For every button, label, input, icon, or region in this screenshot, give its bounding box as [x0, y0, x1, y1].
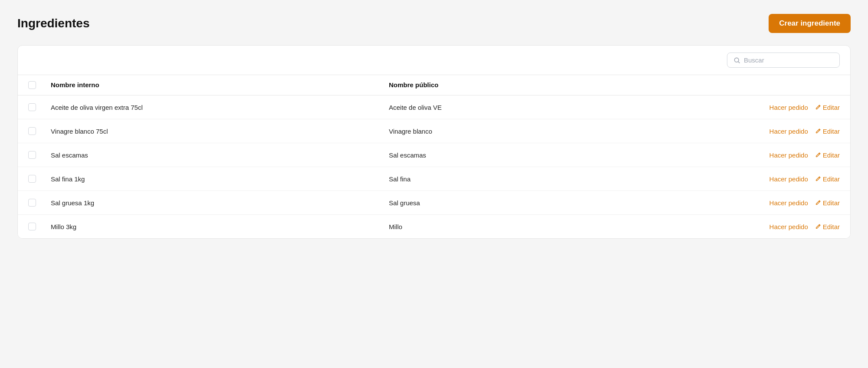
table-row: Millo 3kg Millo Hacer pedido Editar — [18, 215, 850, 238]
cell-nombre-publico: Aceite de oliva VE — [389, 104, 727, 111]
svg-point-0 — [734, 58, 739, 62]
hacer-pedido-button[interactable]: Hacer pedido — [769, 128, 808, 135]
search-input[interactable] — [744, 56, 833, 64]
cell-nombre-publico: Sal escamas — [389, 151, 727, 159]
table-row: Sal fina 1kg Sal fina Hacer pedido Edita… — [18, 167, 850, 191]
editar-button[interactable]: Editar — [815, 223, 840, 230]
actions-cell: Hacer pedido Editar — [727, 128, 840, 135]
cell-nombre-publico: Millo — [389, 223, 727, 230]
col-header-nombre-publico: Nombre público — [389, 81, 727, 89]
header-checkbox-cell — [28, 81, 51, 89]
actions-cell: Hacer pedido Editar — [727, 104, 840, 111]
editar-button[interactable]: Editar — [815, 151, 840, 159]
cell-nombre-interno: Sal gruesa 1kg — [51, 199, 389, 207]
table-row: Sal gruesa 1kg Sal gruesa Hacer pedido E… — [18, 191, 850, 215]
ingredients-table-card: Nombre interno Nombre público Aceite de … — [17, 45, 851, 239]
actions-cell: Hacer pedido Editar — [727, 151, 840, 159]
row-checkbox-cell — [28, 199, 51, 207]
search-bar-row — [18, 46, 850, 75]
table-row: Aceite de oliva virgen extra 75cl Aceite… — [18, 95, 850, 119]
cell-nombre-interno: Millo 3kg — [51, 223, 389, 230]
hacer-pedido-button[interactable]: Hacer pedido — [769, 175, 808, 183]
table-row: Vinagre blanco 75cl Vinagre blanco Hacer… — [18, 119, 850, 143]
create-ingredient-button[interactable]: Crear ingrediente — [769, 14, 851, 33]
row-checkbox-2[interactable] — [28, 151, 36, 159]
row-checkbox-3[interactable] — [28, 175, 36, 183]
row-checkbox-cell — [28, 151, 51, 159]
row-checkbox-cell — [28, 127, 51, 135]
edit-icon — [815, 200, 821, 206]
hacer-pedido-button[interactable]: Hacer pedido — [769, 223, 808, 230]
editar-button[interactable]: Editar — [815, 128, 840, 135]
svg-line-1 — [738, 61, 740, 63]
row-checkbox-cell — [28, 175, 51, 183]
edit-icon — [815, 128, 821, 134]
editar-button[interactable]: Editar — [815, 104, 840, 111]
cell-nombre-publico: Sal gruesa — [389, 199, 727, 207]
edit-icon — [815, 223, 821, 230]
row-checkbox-4[interactable] — [28, 199, 36, 207]
row-checkbox-0[interactable] — [28, 103, 36, 111]
table-header: Nombre interno Nombre público — [18, 75, 850, 95]
edit-icon — [815, 176, 821, 182]
cell-nombre-interno: Vinagre blanco 75cl — [51, 128, 389, 135]
edit-icon — [815, 152, 821, 158]
editar-button[interactable]: Editar — [815, 175, 840, 183]
editar-button[interactable]: Editar — [815, 199, 840, 207]
actions-cell: Hacer pedido Editar — [727, 199, 840, 207]
page-title: Ingredientes — [17, 16, 89, 30]
col-header-actions — [727, 81, 840, 89]
row-checkbox-5[interactable] — [28, 223, 36, 230]
cell-nombre-interno: Aceite de oliva virgen extra 75cl — [51, 104, 389, 111]
actions-cell: Hacer pedido Editar — [727, 223, 840, 230]
cell-nombre-interno: Sal escamas — [51, 151, 389, 159]
table-body: Aceite de oliva virgen extra 75cl Aceite… — [18, 95, 850, 238]
cell-nombre-interno: Sal fina 1kg — [51, 175, 389, 183]
row-checkbox-1[interactable] — [28, 127, 36, 135]
hacer-pedido-button[interactable]: Hacer pedido — [769, 199, 808, 207]
select-all-checkbox[interactable] — [28, 81, 36, 89]
col-header-nombre-interno: Nombre interno — [51, 81, 389, 89]
edit-icon — [815, 104, 821, 110]
cell-nombre-publico: Vinagre blanco — [389, 128, 727, 135]
hacer-pedido-button[interactable]: Hacer pedido — [769, 104, 808, 111]
hacer-pedido-button[interactable]: Hacer pedido — [769, 151, 808, 159]
table-row: Sal escamas Sal escamas Hacer pedido Edi… — [18, 143, 850, 167]
actions-cell: Hacer pedido Editar — [727, 175, 840, 183]
search-wrapper — [727, 53, 840, 68]
row-checkbox-cell — [28, 223, 51, 230]
row-checkbox-cell — [28, 103, 51, 111]
search-icon — [733, 57, 740, 64]
cell-nombre-publico: Sal fina — [389, 175, 727, 183]
